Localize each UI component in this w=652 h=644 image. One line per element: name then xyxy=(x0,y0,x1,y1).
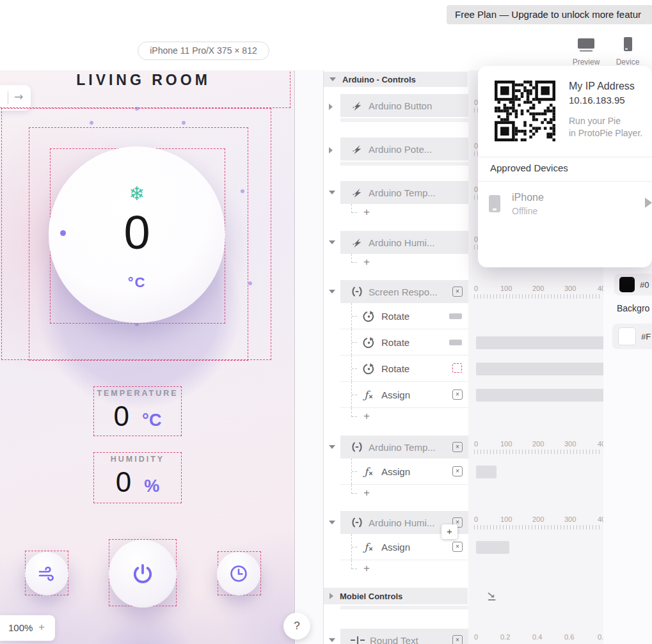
group-header-mobiel-controls[interactable]: Mobiel Controls xyxy=(324,588,603,604)
caret-down-icon[interactable] xyxy=(329,638,335,642)
round-text-icon xyxy=(351,636,365,644)
run-hint-line2: in ProtoPie Player. xyxy=(569,128,642,138)
caret-right-icon[interactable] xyxy=(330,593,333,599)
tree-tick xyxy=(352,471,357,472)
power-button[interactable] xyxy=(109,540,177,608)
ruler-ticks xyxy=(474,525,601,530)
action-row-rotate[interactable]: Rotate xyxy=(324,356,603,382)
ruler-tick-label: 0.4 xyxy=(532,633,542,641)
action-row-assign[interactable]: ƒ×Assign× xyxy=(324,534,603,560)
delete-button[interactable]: × xyxy=(452,389,463,400)
delete-button[interactable]: × xyxy=(452,466,463,476)
trigger-label: Arduino Temp... xyxy=(369,187,436,198)
trigger-row-screen-respo-[interactable]: Screen Respo...×010020030040 xyxy=(324,280,603,303)
action-row-rotate[interactable]: Rotate xyxy=(324,329,603,356)
add-action-row[interactable]: + xyxy=(324,560,603,577)
rotate-icon xyxy=(362,336,375,349)
fill-color-swatch[interactable]: #0 xyxy=(614,274,652,295)
arrow-right-icon[interactable]: → xyxy=(14,90,23,103)
add-response-button[interactable]: + xyxy=(441,524,457,539)
delete-button[interactable]: × xyxy=(452,635,463,644)
plus-icon[interactable]: + xyxy=(363,206,370,219)
group-header-label: Mobiel Controls xyxy=(340,592,402,601)
caret-down-icon[interactable] xyxy=(330,77,336,81)
timeline-bar[interactable] xyxy=(476,389,603,402)
caret-right-icon[interactable] xyxy=(329,147,333,153)
free-plan-upgrade-banner[interactable]: Free Plan — Upgrade to unlock more featu… xyxy=(447,5,652,24)
preview-button[interactable]: Preview xyxy=(569,37,603,67)
group-header-label: Arduino - Controls xyxy=(342,75,416,84)
delete-button[interactable]: × xyxy=(452,287,463,297)
plus-icon[interactable]: + xyxy=(363,410,370,423)
caret-down-icon[interactable] xyxy=(329,445,335,449)
tree-tick xyxy=(352,262,357,263)
background-color-swatch[interactable]: #F xyxy=(612,324,652,349)
ruler-tick-label: 300 xyxy=(564,440,576,448)
caret-down-icon[interactable] xyxy=(329,191,335,194)
clock-icon xyxy=(228,563,249,584)
action-row-assign[interactable]: ƒ×Assign× xyxy=(324,459,603,485)
trigger-flash-icon xyxy=(351,143,363,155)
main-toolbar: iPhone 11 Pro/X 375 × 812 Preview Device xyxy=(0,29,652,70)
caret-down-icon[interactable] xyxy=(329,290,335,294)
plus-icon[interactable]: + xyxy=(363,562,370,575)
play-on-device-button[interactable] xyxy=(645,198,652,208)
wind-button[interactable] xyxy=(25,552,68,595)
handle-dot xyxy=(135,107,139,111)
add-action-row[interactable]: + xyxy=(324,408,603,425)
action-label: Rotate xyxy=(381,337,409,348)
trigger-row-arduino-temp-[interactable]: Arduino Temp...×010020030040 xyxy=(324,436,603,459)
popup-divider xyxy=(478,181,652,182)
temperature-label: TEMPERATURE xyxy=(93,389,182,398)
clock-button[interactable] xyxy=(217,552,260,595)
trigger-flash-icon xyxy=(351,186,363,199)
trigger-flash-icon xyxy=(351,99,363,112)
timeline-bar[interactable] xyxy=(476,363,603,375)
action-label: Rotate xyxy=(381,311,409,322)
timeline-bar[interactable] xyxy=(476,541,509,554)
temperature-reading[interactable]: TEMPERATURE 0 °C xyxy=(93,386,182,432)
trigger-row-arduino-humi-[interactable]: Arduino Humi...×010020030040 xyxy=(324,511,603,534)
device-label: Device xyxy=(611,58,644,67)
ruler-tick-label: 200 xyxy=(532,440,544,448)
humidity-reading[interactable]: HUMIDITY 0 % xyxy=(93,452,182,498)
thermostat-dial[interactable]: ❄ 0 °C xyxy=(49,146,225,323)
action-row-assign[interactable]: ƒ×Assign× xyxy=(324,382,603,408)
ruler-tick-label: 40 xyxy=(598,285,603,292)
trigger-row-round-text[interactable]: Round Text×00.20.40.60. xyxy=(324,629,603,644)
snowflake-icon: ❄ xyxy=(49,182,225,205)
trigger-flash-icon xyxy=(351,236,363,249)
row-gap xyxy=(324,609,603,629)
device-button[interactable]: Device xyxy=(611,37,644,67)
collapse-all-icon[interactable] xyxy=(486,590,498,603)
approved-devices-header: Approved Devices xyxy=(490,162,568,173)
scene-nav-card[interactable]: → xyxy=(0,85,31,111)
caret-right-icon[interactable] xyxy=(329,104,333,110)
delete-button[interactable]: × xyxy=(452,442,463,452)
formula-icon: ƒ× xyxy=(362,465,375,478)
qr-code xyxy=(495,81,555,141)
add-action-row[interactable]: + xyxy=(324,485,603,501)
timeline-bar[interactable] xyxy=(476,336,603,349)
ruler-tick-label: 0 xyxy=(474,515,478,523)
receive-icon xyxy=(351,285,363,298)
tree-tick xyxy=(352,395,357,395)
trigger-label: Arduino Temp... xyxy=(369,442,436,453)
zoom-control[interactable]: 100% + xyxy=(0,615,55,641)
device-selector[interactable]: iPhone 11 Pro/X 375 × 812 xyxy=(138,42,269,60)
action-row-rotate[interactable]: Rotate xyxy=(324,303,603,329)
plus-icon[interactable]: + xyxy=(363,487,370,499)
caret-down-icon[interactable] xyxy=(329,240,335,244)
fill-hex: #0 xyxy=(640,280,649,290)
help-button[interactable]: ? xyxy=(283,613,310,640)
timeline-bar[interactable] xyxy=(476,466,497,478)
zoom-in-button[interactable]: + xyxy=(38,615,45,640)
dial-value: 0 xyxy=(49,205,225,260)
caret-down-icon[interactable] xyxy=(329,521,335,524)
collapsed-strip xyxy=(324,606,603,609)
plus-icon[interactable]: + xyxy=(363,256,370,269)
ruler-tick-label: 0. xyxy=(598,633,603,641)
ip-title: My IP Address xyxy=(569,81,635,92)
design-canvas[interactable]: LIVING ROOM → ❄ 0 °C TEMPERATUR xyxy=(0,70,295,644)
delete-button[interactable]: × xyxy=(452,542,463,552)
